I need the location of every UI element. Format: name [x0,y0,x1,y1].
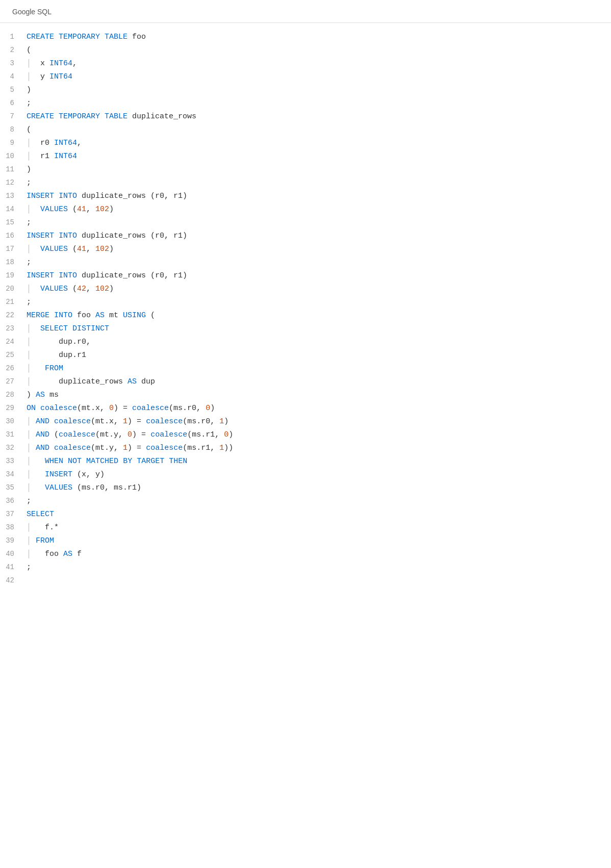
line-number: 27 [0,376,27,387]
line-content: │ x INT64, [27,58,611,70]
line-content: │ VALUES (ms.r0, ms.r1) [27,482,611,494]
line-number: 28 [0,389,27,400]
line-content: │ duplicate_rows AS dup [27,376,611,388]
line-number: 25 [0,349,27,361]
plain-token: dup [137,377,155,386]
plain-token [31,430,36,439]
kw-token: DISTINCT [72,324,109,333]
plain-token: f.* [31,523,59,532]
code-line: 1CREATE TEMPORARY TABLE foo [0,31,611,44]
pipe-token: │ [27,377,31,386]
kw-token: AND [36,444,49,452]
plain-token: (mt.x, [77,404,109,413]
code-line: 11) [0,164,611,177]
plain-token: ) [27,391,36,399]
plain-token: (mt.x, [91,417,123,426]
plain-token: ) [27,86,31,94]
line-content: │ f.* [27,522,611,534]
pipe-token: │ [27,139,31,147]
line-number: 20 [0,283,27,294]
plain-token: ; [27,218,31,227]
line-content: INSERT INTO duplicate_rows (r0, r1) [27,230,611,242]
language-label: Google SQL [12,8,52,16]
plain-token [31,417,36,426]
num-token: 1 [123,417,128,426]
code-area[interactable]: 1CREATE TEMPORARY TABLE foo2(3│ x INT64,… [0,23,611,596]
fn-token: coalesce [54,444,91,452]
line-content: │ AND coalesce(mt.x, 1) = coalesce(ms.r0… [27,416,611,428]
kw-token: SELECT [27,510,54,519]
code-line: 9│ r0 INT64, [0,137,611,150]
plain-token [54,232,59,240]
kw-token: VALUES [40,285,68,293]
code-line: 5) [0,84,611,97]
line-number: 16 [0,230,27,241]
plain-token: ; [27,298,31,307]
plain-token [31,245,40,253]
plain-token: foo [128,33,146,41]
line-content: │ r0 INT64, [27,137,611,149]
kw-token: MATCHED [86,457,118,466]
pipe-token: │ [27,72,31,81]
code-line: 18; [0,257,611,270]
kw-token: FROM [45,364,63,373]
code-line: 26│ FROM [0,363,611,376]
plain-token: , [77,139,82,147]
plain-token: (x, y) [72,470,105,479]
line-number: 26 [0,363,27,374]
code-line: 2( [0,44,611,58]
plain-token: (ms.r0, [169,404,206,413]
kw-token: INTO [59,192,77,200]
line-number: 36 [0,495,27,506]
kw-token: INT64 [54,139,77,147]
plain-token: duplicate_rows [128,112,196,121]
kw-token: TABLE [105,33,128,41]
line-number: 22 [0,310,27,321]
plain-token: f [72,550,82,558]
kw-token: MERGE [27,311,49,320]
code-line: 38│ f.* [0,522,611,535]
plain-token: ) [228,430,233,439]
line-content: INSERT INTO duplicate_rows (r0, r1) [27,190,611,202]
line-number: 42 [0,575,27,586]
plain-token: duplicate_rows (r0, r1) [77,232,187,240]
plain-token: foo [72,311,95,320]
num-token: 0 [128,430,132,439]
line-content: ) [27,164,611,176]
plain-token [31,364,45,373]
code-line: 37SELECT [0,508,611,522]
kw-token: VALUES [40,245,68,253]
kw-token: VALUES [40,205,68,214]
line-content: │ foo AS f [27,548,611,560]
pipe-token: │ [27,483,31,492]
plain-token: ; [27,178,31,187]
plain-token [31,444,36,452]
plain-token: ; [27,563,31,572]
num-token: 1 [219,417,224,426]
line-number: 4 [0,71,27,82]
plain-token: )) [224,444,233,452]
plain-token: , [86,245,95,253]
line-content: │ WHEN NOT MATCHED BY TARGET THEN [27,455,611,468]
plain-token [31,457,45,466]
line-content: ; [27,97,611,110]
line-number: 33 [0,455,27,467]
line-number: 12 [0,177,27,188]
fn-token: coalesce [54,417,91,426]
plain-token [132,457,137,466]
line-content: │ VALUES (41, 102) [27,203,611,216]
line-content: │ AND coalesce(mt.y, 1) = coalesce(ms.r1… [27,442,611,454]
pipe-token: │ [27,537,31,545]
plain-token: ) = [114,404,132,413]
line-number: 1 [0,31,27,42]
line-number: 8 [0,124,27,135]
line-content: ; [27,561,611,574]
code-line: 12; [0,177,611,190]
line-number: 35 [0,482,27,493]
kw-token: INT64 [49,72,72,81]
kw-token: AND [36,417,49,426]
code-line: 4│ y INT64 [0,71,611,84]
kw-token: INTO [54,311,72,320]
code-line: 25│ dup.r1 [0,349,611,363]
line-content: MERGE INTO foo AS mt USING ( [27,310,611,322]
